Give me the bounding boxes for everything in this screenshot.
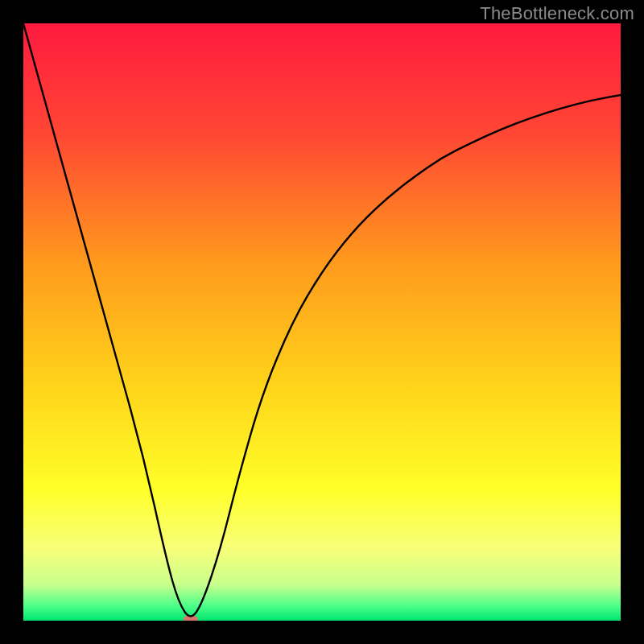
chart-background <box>23 23 621 621</box>
chart-frame: TheBottleneck.com <box>0 0 644 644</box>
watermark-text: TheBottleneck.com <box>480 3 634 24</box>
bottleneck-chart <box>23 23 621 621</box>
